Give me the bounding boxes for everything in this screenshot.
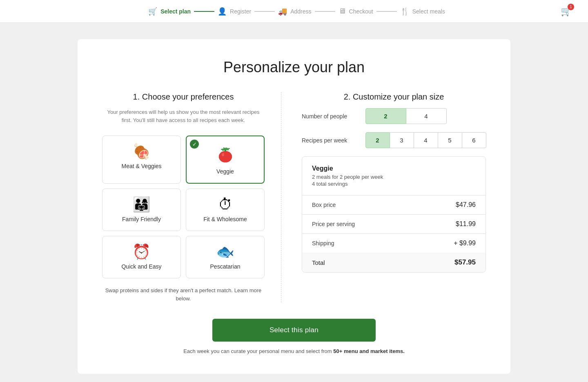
fit-wholesome-label: Fit & Wholesome [203,216,247,222]
total-value: $57.95 [454,258,476,267]
shipping-value: + $9.99 [454,240,476,247]
register-icon: 👤 [218,7,227,16]
people-row: Number of people 2 4 [302,108,486,124]
select-plan-icon: 🛒 [148,7,157,16]
family-icon: 👨‍👩‍👧 [132,197,151,212]
preferences-section: 1. Choose your preferences Your preferen… [102,92,281,302]
step-line-2 [254,11,275,12]
checkout-label: Checkout [349,8,373,15]
page-title: Personalize your plan [102,59,486,76]
recipes-label: Recipes per week [302,137,359,144]
people-label: Number of people [302,113,359,120]
svg-point-5 [222,153,224,156]
preferences-subtitle: Your preferences will help us show you t… [102,108,265,124]
veggie-label: Veggie [216,168,234,175]
nav-bar: 🛒 Select plan 👤 Register 🚚 Address 🖥 Che… [0,0,588,23]
nav-step-register[interactable]: 👤 Register [218,7,251,16]
nav-step-checkout[interactable]: 🖥 Checkout [339,7,373,16]
step-line-1 [194,11,214,12]
shipping-label: Shipping [312,240,334,247]
nav-step-select-plan[interactable]: 🛒 Select plan [148,7,191,16]
checkout-icon: 🖥 [339,7,346,16]
per-serving-value: $11.99 [456,220,476,228]
recipes-btn-4[interactable]: 4 [414,132,438,148]
preferences-title: 1. Choose your preferences [102,92,265,102]
main-content: Personalize your plan 1. Choose your pre… [69,23,519,382]
page-card: Personalize your plan 1. Choose your pre… [78,39,510,374]
pref-meat-veggies[interactable]: 🍖 Meat & Veggies [102,135,181,184]
summary-total-row: Total $57.95 [302,253,486,272]
total-label: Total [312,259,325,266]
fit-icon: ⏱ [218,197,233,212]
register-label: Register [230,8,251,15]
meat-veggies-label: Meat & Veggies [121,163,161,169]
recipes-btn-6[interactable]: 6 [462,132,486,148]
summary-shipping-row: Shipping + $9.99 [302,234,486,253]
pref-quick-easy[interactable]: ⏰ Quick and Easy [102,236,181,278]
step-line-3 [315,11,335,12]
customize-section: 2. Customize your plan size Number of pe… [281,92,486,302]
recipes-btn-5[interactable]: 5 [438,132,462,148]
quick-icon: ⏰ [132,244,151,259]
summary-plan-name: Veggie [312,165,476,172]
summary-per-serving-row: Price per serving $11.99 [302,215,486,233]
summary-servings: 4 total servings [312,181,476,187]
nav-step-select-meals[interactable]: 🍴 Select meals [400,7,445,16]
nav-steps: 🛒 Select plan 👤 Register 🚚 Address 🖥 Che… [33,7,561,16]
recipes-row: Recipes per week 2 3 4 5 6 [302,132,486,148]
nav-step-address[interactable]: 🚚 Address [278,7,311,16]
veggie-check-badge: ✓ [190,140,199,149]
pescatarian-icon: 🐟 [216,244,234,259]
select-meals-label: Select meals [412,8,445,15]
step-line-4 [376,11,397,12]
swap-note: Swap proteins and sides if they aren't a… [102,286,265,302]
tomato-icon [216,144,235,164]
box-price-label: Box price [312,202,336,208]
recipes-btn-3[interactable]: 3 [390,132,414,148]
select-plan-button[interactable]: Select this plan [212,319,376,342]
summary-box-price-row: Box price $47.96 [302,195,486,214]
cta-note: Each week you can curate your personal m… [102,348,486,354]
pref-fit-wholesome[interactable]: ⏱ Fit & Wholesome [186,189,265,231]
meat-veggies-icon: 🍖 [132,144,151,159]
address-label: Address [290,8,311,15]
family-friendly-label: Family Friendly [122,216,161,222]
select-plan-label: Select plan [160,8,191,15]
people-btn-2[interactable]: 2 [365,108,406,124]
recipes-btn-group: 2 3 4 5 6 [365,132,486,148]
cart-badge: 1 [568,4,574,10]
summary-description: 2 meals for 2 people per week [312,174,476,180]
pref-family-friendly[interactable]: 👨‍👩‍👧 Family Friendly [102,189,181,231]
recipes-btn-2[interactable]: 2 [365,132,390,148]
pescatarian-label: Pescatarian [210,263,241,270]
summary-header: Veggie 2 meals for 2 people per week 4 t… [302,157,486,195]
two-col-layout: 1. Choose your preferences Your preferen… [102,92,486,302]
cart-button[interactable]: 🛒 1 [561,6,572,17]
svg-point-1 [219,151,232,162]
per-serving-label: Price per serving [312,221,355,227]
summary-card: Veggie 2 meals for 2 people per week 4 t… [302,156,486,273]
pref-veggie[interactable]: ✓ [186,135,265,184]
box-price-value: $47.96 [456,201,476,209]
preferences-grid: 🍖 Meat & Veggies ✓ [102,135,265,278]
cta-section: Select this plan Each week you can curat… [102,319,486,354]
customize-title: 2. Customize your plan size [302,92,486,102]
select-meals-icon: 🍴 [400,7,409,16]
pref-pescatarian[interactable]: 🐟 Pescatarian [186,236,265,278]
address-icon: 🚚 [278,7,287,16]
people-btn-4[interactable]: 4 [406,108,447,124]
people-btn-group: 2 4 [365,108,446,124]
quick-easy-label: Quick and Easy [121,263,161,270]
